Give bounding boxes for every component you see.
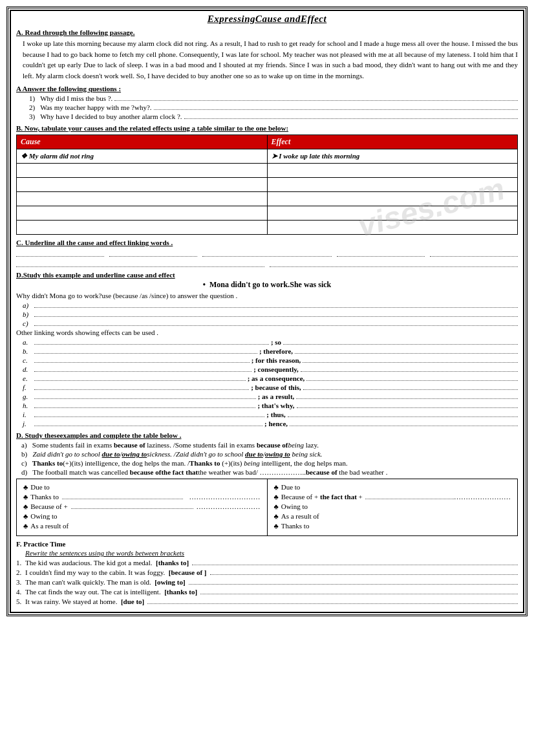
table-d-right: ♣ Due to ♣ Because of + the fact that + … <box>267 479 518 536</box>
table-row-1 <box>17 164 518 178</box>
linking-d: d. ; consequently, <box>23 365 518 373</box>
section-a: A. Read through the following passage. I… <box>16 28 518 120</box>
practice-4: 4. The cat finds the way out. The cat is… <box>16 588 518 596</box>
table-d: ♣ Due to ♣ Thanks to ………………………… ♣ Becaus… <box>16 479 518 536</box>
linking-b: b. ; therefore, <box>23 347 518 355</box>
questions-list: 1) Why did I miss the bus ?. 2) Was my t… <box>29 94 518 120</box>
question-2: 2) Was my teacher happy with me ?why?. <box>29 103 518 111</box>
linking-c: c. ; for this reason, <box>23 356 518 364</box>
practice-3: 3. The man can't walk quickly. The man i… <box>16 578 518 586</box>
section-d-complete: D. Study theseexamples and complete the … <box>16 431 518 536</box>
question-1: 1) Why did I miss the bus ?. <box>29 94 518 102</box>
linking-a: a. ; so <box>23 338 518 346</box>
table-row-2 <box>17 178 518 192</box>
section-d-example: • Mona didn't go to work.She was sick <box>16 280 518 290</box>
sentence-b: b) Zaid didn't go to school due to/owing… <box>21 450 518 458</box>
section-b-header: B. Now, tabulate your causes and the rel… <box>16 124 518 132</box>
table-row-example: ❖ My alarm did not ring ➤ I woke up late… <box>17 149 518 164</box>
answer-a: a) <box>23 301 518 309</box>
table-row-4 <box>17 206 518 221</box>
section-d-header: D.Study this example and underline cause… <box>16 271 518 279</box>
section-c-header: C. Underline all the cause and effect li… <box>16 239 518 246</box>
practice-1: 1. The kid was audacious. The kid got a … <box>16 559 518 567</box>
table-row-3 <box>17 192 518 206</box>
passage-text: I woke up late this morning because my a… <box>23 38 518 81</box>
linking-g: g. ; as a result, <box>23 393 518 400</box>
answer-b: b) <box>23 310 518 318</box>
linking-f: f. ; because of this, <box>23 383 518 391</box>
table-d-left: ♣ Due to ♣ Thanks to ………………………… ♣ Becaus… <box>17 479 268 536</box>
section-a-header: A. Read through the following passage. <box>16 28 518 36</box>
effect-header: Effect <box>267 135 518 149</box>
dot-row-2 <box>16 259 518 267</box>
cause-header: Cause <box>17 135 268 149</box>
table-d-row: ♣ Due to ♣ Thanks to ………………………… ♣ Becaus… <box>17 479 518 536</box>
section-b: B. Now, tabulate your causes and the rel… <box>16 124 518 235</box>
dot-row-1 <box>16 248 518 257</box>
section-d-example: D.Study this example and underline cause… <box>16 271 518 427</box>
table-row-5 <box>17 221 518 235</box>
section-f-header: F. Practice Time <box>16 540 518 548</box>
sentence-c: c) Thanks to(+)(its) intelligence, the d… <box>21 459 518 467</box>
cause-effect-table: Cause Effect ❖ My alarm did not ring ➤ I… <box>16 135 518 235</box>
practice-2: 2. I couldn't find my way to the cabin. … <box>16 568 518 576</box>
linking-e: e. ; as a consequence, <box>23 374 518 382</box>
questions-header: A Answer the following questions : <box>16 85 518 92</box>
effect-example: ➤ I woke up late this morning <box>267 149 518 164</box>
question-3: 3) Why have I decided to buy another ala… <box>29 113 518 120</box>
other-linking-words-intro: Other linking words showing effects can … <box>16 329 518 336</box>
section-d-complete-header: D. Study theseexamples and complete the … <box>16 431 518 439</box>
linking-h: h. ; that's why, <box>23 402 518 409</box>
section-c: C. Underline all the cause and effect li… <box>16 239 518 267</box>
section-f-subheader: Rewrite the sentences using the words be… <box>25 549 518 557</box>
sentence-d: d) The football match was cancelled beca… <box>21 468 518 476</box>
page-title: ExpressingCause andEffect <box>16 14 518 25</box>
answer-c: c) <box>23 319 518 327</box>
practice-5: 5. It was rainy. We stayed at home. [due… <box>16 598 518 605</box>
section-d-instruction: Why didn't Mona go to work?use (because … <box>16 292 518 299</box>
sentence-a: a) Some students fail in exams because o… <box>21 441 518 449</box>
linking-i: i. ; thus, <box>23 411 518 418</box>
section-f: F. Practice Time Rewrite the sentences u… <box>16 540 518 605</box>
linking-j: j. ; hence, <box>23 420 518 427</box>
cause-example: ❖ My alarm did not ring <box>17 149 268 164</box>
